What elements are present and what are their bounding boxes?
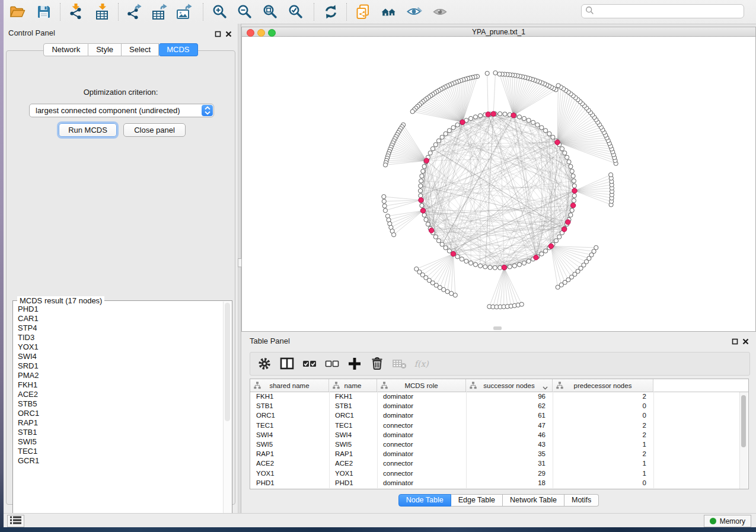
graph-leaf-node[interactable] [556, 84, 560, 88]
table-tab-node-table[interactable]: Node Table [398, 494, 451, 507]
add-column-icon[interactable] [346, 355, 363, 372]
table-row[interactable]: RAP1RAP1dominator352 [250, 449, 748, 459]
graph-mcds-node[interactable] [502, 265, 506, 270]
graph-node[interactable] [572, 184, 576, 188]
graph-node[interactable] [421, 169, 425, 173]
graph-leaf-node[interactable] [382, 204, 387, 208]
graph-mcds-node[interactable] [548, 243, 553, 248]
save-session-icon[interactable] [35, 3, 53, 21]
import-table-icon[interactable] [94, 3, 111, 21]
graph-node[interactable] [444, 246, 448, 250]
graph-node[interactable] [469, 116, 473, 120]
graph-node[interactable] [503, 112, 507, 116]
graph-node[interactable] [569, 213, 573, 217]
graph-mcds-node[interactable] [451, 251, 455, 256]
graph-leaf-node[interactable] [497, 72, 502, 76]
graph-node[interactable] [469, 261, 473, 265]
graph-mcds-node[interactable] [491, 111, 496, 116]
split-panel-icon[interactable] [279, 355, 295, 372]
table-tab-network-table[interactable]: Network Table [503, 494, 564, 507]
graph-node[interactable] [420, 203, 424, 207]
graph-mcds-node[interactable] [555, 140, 560, 145]
float-panel-icon[interactable] [215, 29, 221, 40]
column-header-shared-name[interactable]: shared name [250, 379, 329, 392]
graph-node[interactable] [508, 265, 512, 269]
graph-node[interactable] [544, 129, 548, 133]
graph-node[interactable] [451, 126, 455, 130]
column-header-predecessor-nodes[interactable]: predecessor nodes [553, 379, 653, 392]
select-all-icon[interactable] [301, 355, 318, 372]
graph-mcds-node[interactable] [511, 113, 516, 118]
graph-node[interactable] [444, 132, 448, 136]
control-panel-tab-network[interactable]: Network [43, 43, 88, 56]
gear-icon[interactable] [256, 355, 273, 372]
graph-node[interactable] [563, 151, 567, 155]
mcds-result-node[interactable]: PMA2 [14, 371, 222, 380]
graph-node[interactable] [527, 259, 531, 263]
search-input[interactable] [597, 7, 740, 16]
graph-node[interactable] [473, 115, 477, 119]
graph-leaf-node[interactable] [383, 163, 387, 167]
mcds-result-node[interactable]: YOX1 [14, 342, 222, 352]
graph-node[interactable] [557, 235, 562, 239]
graph-leaf-node[interactable] [445, 290, 449, 294]
column-header-successor-nodes[interactable]: successor nodes [466, 379, 553, 392]
network-graph[interactable] [242, 37, 755, 331]
table-row[interactable]: ORC1ORC1dominator610 [250, 411, 748, 420]
mcds-result-node[interactable]: SWI5 [14, 437, 222, 447]
export-network-icon[interactable] [125, 3, 143, 21]
graph-node[interactable] [419, 194, 423, 198]
graph-node[interactable] [428, 151, 432, 155]
mcds-result-node[interactable]: TEC1 [14, 447, 222, 456]
open-file-icon[interactable] [8, 3, 26, 21]
graph-leaf-node[interactable] [410, 110, 414, 114]
graph-node[interactable] [440, 242, 444, 246]
column-header-MCDS-role[interactable]: MCDS role [377, 379, 466, 392]
graph-mcds-node[interactable] [562, 227, 566, 232]
graph-node[interactable] [436, 139, 441, 143]
mcds-result-node[interactable]: SRD1 [14, 361, 222, 371]
graph-node[interactable] [436, 239, 441, 243]
graph-leaf-node[interactable] [382, 194, 386, 198]
float-table-panel-icon[interactable] [732, 336, 738, 347]
mcds-result-node[interactable]: PHD1 [14, 305, 222, 314]
home-icon[interactable] [380, 3, 398, 21]
mcds-result-node[interactable]: FKH1 [14, 380, 222, 390]
column-header-name[interactable]: name [329, 379, 377, 392]
graph-node[interactable] [547, 132, 551, 136]
graph-node[interactable] [418, 188, 422, 193]
graph-mcds-node[interactable] [572, 188, 577, 193]
mcds-result-node[interactable]: STB5 [14, 399, 222, 409]
graph-node[interactable] [517, 115, 521, 119]
graph-mcds-node[interactable] [424, 158, 429, 163]
table-row[interactable]: PHD1PHD1dominator180 [250, 478, 748, 488]
table-row[interactable]: YOX1YOX1connector291 [250, 469, 748, 478]
export-image-icon[interactable] [176, 3, 193, 21]
network-canvas[interactable] [241, 37, 756, 332]
mcds-result-node[interactable]: STP4 [14, 323, 222, 333]
graph-node[interactable] [426, 222, 430, 226]
graph-node[interactable] [570, 169, 574, 173]
graph-node[interactable] [531, 120, 535, 124]
graph-node[interactable] [483, 265, 487, 269]
mcds-result-node[interactable]: RAP1 [14, 418, 222, 428]
table-scrollbar-thumb[interactable] [741, 395, 746, 447]
graph-node[interactable] [419, 179, 423, 183]
graph-node[interactable] [569, 164, 573, 168]
graph-node[interactable] [535, 123, 540, 127]
graph-mcds-node[interactable] [570, 203, 575, 208]
graph-node[interactable] [455, 255, 460, 259]
zoom-selected-icon[interactable] [287, 3, 305, 21]
graph-mcds-node[interactable] [566, 220, 570, 225]
table-row[interactable]: SWI4SWI4dominator462 [250, 430, 748, 440]
mcds-result-node[interactable]: STB1 [14, 428, 222, 437]
graph-node[interactable] [424, 217, 428, 222]
graph-node[interactable] [565, 155, 569, 159]
graph-node[interactable] [419, 184, 423, 188]
close-table-panel-icon[interactable] [742, 336, 749, 347]
refresh-icon[interactable] [322, 3, 340, 21]
control-panel-tab-style[interactable]: Style [88, 43, 122, 56]
graph-node[interactable] [554, 239, 558, 243]
delete-column-icon[interactable] [369, 355, 385, 372]
run-mcds-button[interactable]: Run MCDS [59, 123, 117, 137]
